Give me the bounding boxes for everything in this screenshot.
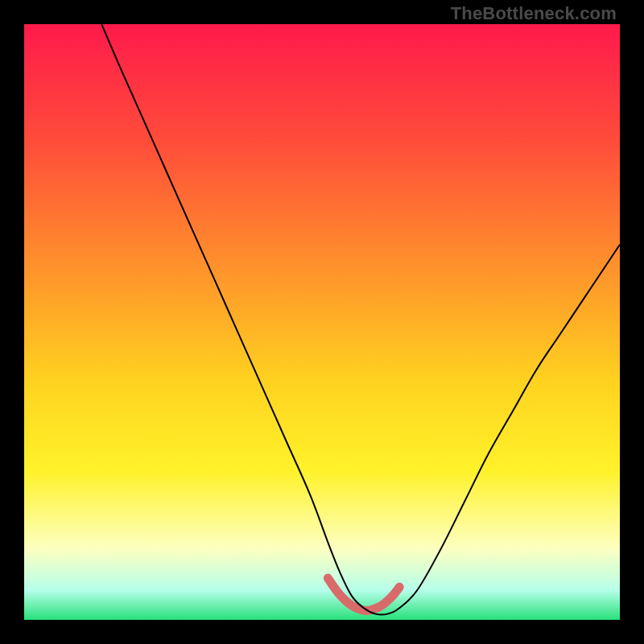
watermark-text: TheBottleneck.com	[451, 3, 617, 24]
gradient-background	[24, 24, 620, 620]
chart-frame	[24, 24, 620, 620]
chart-svg	[24, 24, 620, 620]
